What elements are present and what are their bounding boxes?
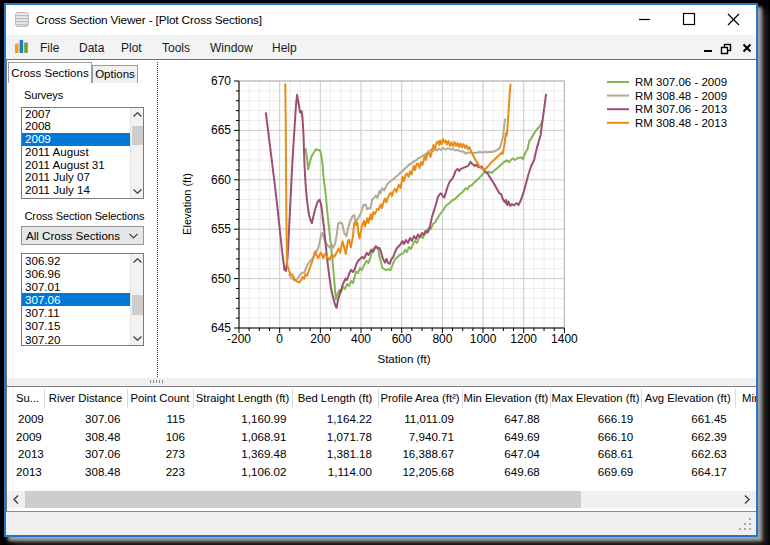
svg-text:660: 660 [211,173,231,187]
svg-text:RM 307.06 - 2009: RM 307.06 - 2009 [635,76,727,88]
svg-text:RM 308.48 - 2009: RM 308.48 - 2009 [635,90,727,102]
svg-text:1000: 1000 [470,332,497,346]
svg-text:655: 655 [211,222,231,236]
svg-text:670: 670 [211,74,231,88]
svg-text:665: 665 [211,123,231,137]
svg-text:1200: 1200 [510,332,537,346]
svg-text:-200: -200 [227,332,251,346]
svg-text:800: 800 [432,332,452,346]
svg-text:600: 600 [392,332,412,346]
svg-text:Elevation (ft): Elevation (ft) [181,173,193,235]
svg-text:1400: 1400 [551,332,578,346]
svg-text:RM 307.06 - 2013: RM 307.06 - 2013 [635,103,727,115]
svg-text:650: 650 [211,272,231,286]
svg-text:400: 400 [351,332,371,346]
svg-text:Station (ft): Station (ft) [377,353,430,365]
svg-text:RM 308.48 - 2013: RM 308.48 - 2013 [635,117,727,129]
svg-text:0: 0 [276,332,283,346]
svg-text:200: 200 [310,332,330,346]
